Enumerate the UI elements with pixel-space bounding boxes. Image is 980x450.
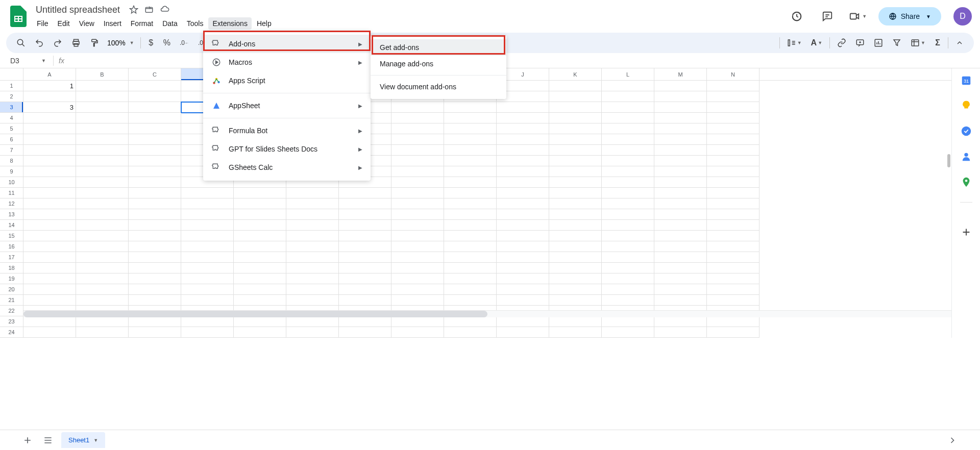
cell[interactable] xyxy=(602,123,654,134)
cell[interactable] xyxy=(129,177,181,188)
cell[interactable] xyxy=(707,123,760,134)
cell[interactable] xyxy=(234,188,286,198)
cell[interactable] xyxy=(181,241,234,252)
cell[interactable] xyxy=(444,263,497,273)
cell[interactable] xyxy=(497,316,549,327)
percent-icon[interactable]: % xyxy=(159,35,175,51)
cell[interactable] xyxy=(23,295,76,306)
row-header[interactable]: 18 xyxy=(0,263,23,273)
col-header-B[interactable]: B xyxy=(76,68,129,80)
cell[interactable] xyxy=(444,209,497,220)
cell[interactable] xyxy=(602,145,654,156)
menu-data[interactable]: Data xyxy=(158,17,182,30)
cell[interactable] xyxy=(23,113,76,123)
cell[interactable] xyxy=(76,231,129,241)
cell[interactable] xyxy=(707,102,760,113)
cell[interactable] xyxy=(76,91,129,102)
col-header-A[interactable]: A xyxy=(23,68,76,80)
cell[interactable] xyxy=(339,252,391,263)
cell[interactable] xyxy=(549,166,602,177)
cell[interactable] xyxy=(444,166,497,177)
cell[interactable] xyxy=(444,102,497,113)
calendar-icon[interactable]: 31 xyxy=(961,74,972,86)
addons-submenu-item[interactable]: Manage add-ons xyxy=(371,56,506,72)
cell[interactable] xyxy=(129,284,181,295)
cell[interactable] xyxy=(76,102,129,113)
cell[interactable] xyxy=(129,220,181,231)
cell[interactable] xyxy=(549,123,602,134)
ext-menu-item[interactable]: GPT for Slides Sheets Docs▶ xyxy=(203,140,371,158)
cell[interactable] xyxy=(654,252,707,263)
col-header-N[interactable]: N xyxy=(707,68,760,80)
contacts-icon[interactable] xyxy=(961,151,972,162)
cell[interactable] xyxy=(339,273,391,284)
cell[interactable] xyxy=(602,166,654,177)
cell[interactable] xyxy=(707,91,760,102)
cell[interactable] xyxy=(707,188,760,198)
link-icon[interactable] xyxy=(833,35,850,51)
cell[interactable] xyxy=(286,209,339,220)
cell[interactable] xyxy=(339,231,391,241)
cell[interactable] xyxy=(444,241,497,252)
cell[interactable] xyxy=(286,252,339,263)
cell[interactable] xyxy=(654,113,707,123)
cell[interactable] xyxy=(129,134,181,145)
cell[interactable] xyxy=(654,295,707,306)
cell[interactable] xyxy=(654,188,707,198)
cell[interactable] xyxy=(286,220,339,231)
menu-view[interactable]: View xyxy=(75,17,99,30)
cell[interactable] xyxy=(129,263,181,273)
cell[interactable] xyxy=(76,273,129,284)
cell[interactable] xyxy=(654,241,707,252)
addons-submenu-item[interactable]: View document add-ons xyxy=(371,79,506,95)
cell[interactable] xyxy=(654,102,707,113)
menu-tools[interactable]: Tools xyxy=(183,17,208,30)
cell[interactable] xyxy=(129,123,181,134)
cell[interactable] xyxy=(602,156,654,166)
cell[interactable] xyxy=(602,209,654,220)
cell[interactable] xyxy=(549,273,602,284)
cell[interactable] xyxy=(391,102,444,113)
ext-menu-item[interactable]: Macros▶ xyxy=(203,53,371,71)
row-header[interactable]: 10 xyxy=(0,177,23,188)
cell[interactable] xyxy=(391,220,444,231)
cell[interactable] xyxy=(707,145,760,156)
add-panel-icon[interactable] xyxy=(961,227,972,238)
cell[interactable] xyxy=(23,273,76,284)
cell[interactable] xyxy=(549,327,602,338)
meet-icon[interactable]: ▼ xyxy=(848,6,868,27)
cell[interactable] xyxy=(549,188,602,198)
cell[interactable]: 1 xyxy=(23,81,76,91)
functions-icon[interactable]: Σ xyxy=(930,35,945,51)
cell[interactable] xyxy=(549,134,602,145)
star-icon[interactable] xyxy=(129,5,138,14)
cell[interactable] xyxy=(391,327,444,338)
cell[interactable] xyxy=(129,166,181,177)
cell[interactable] xyxy=(286,316,339,327)
cell[interactable] xyxy=(654,263,707,273)
cell[interactable] xyxy=(339,263,391,273)
cell[interactable] xyxy=(23,198,76,209)
addons-submenu-item[interactable]: Get add-ons xyxy=(371,39,506,56)
cell[interactable] xyxy=(497,231,549,241)
cell[interactable] xyxy=(707,166,760,177)
cell[interactable] xyxy=(181,263,234,273)
cell[interactable] xyxy=(181,231,234,241)
cell[interactable] xyxy=(602,102,654,113)
cell[interactable] xyxy=(654,198,707,209)
currency-icon[interactable]: $ xyxy=(144,35,158,51)
cell[interactable] xyxy=(76,81,129,91)
cell[interactable] xyxy=(549,252,602,263)
cell[interactable] xyxy=(707,316,760,327)
cell[interactable] xyxy=(497,113,549,123)
cell[interactable] xyxy=(286,198,339,209)
cell[interactable] xyxy=(129,91,181,102)
cell[interactable] xyxy=(497,102,549,113)
cell[interactable] xyxy=(444,327,497,338)
cell[interactable] xyxy=(707,156,760,166)
row-header[interactable]: 7 xyxy=(0,145,23,156)
cell[interactable] xyxy=(654,91,707,102)
cell[interactable] xyxy=(444,316,497,327)
cell[interactable] xyxy=(549,284,602,295)
cell[interactable] xyxy=(76,198,129,209)
